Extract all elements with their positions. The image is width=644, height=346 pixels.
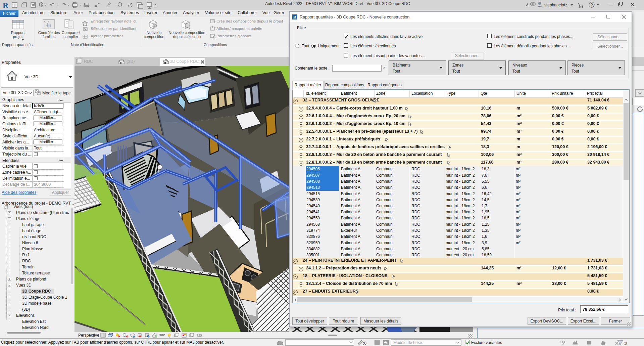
svg-text:?: ? — [591, 3, 593, 7]
svg-text::0: :0 — [363, 341, 366, 346]
svg-text:stephanelotz: stephanelotz — [544, 3, 567, 7]
svg-text::0: :0 — [624, 341, 627, 346]
svg-text:R: R — [3, 1, 9, 10]
